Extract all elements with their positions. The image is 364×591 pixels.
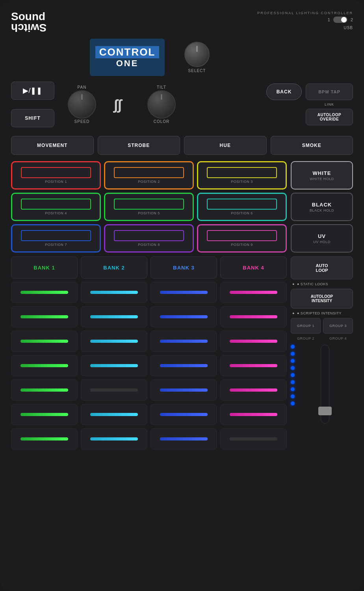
fader-led-2 (291, 352, 295, 356)
scene-pad[interactable] (81, 428, 147, 450)
display-screen: CONTROL ONE (90, 39, 165, 76)
bank-scene-section: BANK 1 BANK 2 BANK 3 BANK 4 (11, 256, 353, 450)
special-pads-column: WHITE WHITE HOLD BLACK BLACK HOLD UV UV … (291, 161, 353, 253)
scene-row-6 (11, 404, 287, 425)
scene-pad[interactable] (220, 428, 287, 450)
scene-pad[interactable] (11, 306, 78, 327)
hue-button[interactable]: HUE (184, 136, 267, 155)
white-pad[interactable]: WHITE WHITE HOLD (291, 161, 353, 190)
position-pad-5[interactable]: POSITION 5 (104, 193, 194, 221)
position-pad-2[interactable]: POSITION 2 (104, 161, 194, 190)
position-pad-6[interactable]: POSITION 6 (197, 193, 287, 221)
fader-led-4 (291, 366, 295, 370)
bank-4-button[interactable]: BANK 4 (220, 256, 287, 279)
scene-pad[interactable] (220, 404, 287, 425)
bank-3-button[interactable]: BANK 3 (150, 256, 217, 279)
groups-row: GROUP 1 GROUP 3 (291, 318, 353, 334)
group-1-button[interactable]: GROUP 1 (291, 318, 321, 334)
bpm-tap-button[interactable]: BPM TAP (306, 84, 353, 100)
usb-text: USB (344, 26, 353, 30)
top-right: PROFESSIONAL LIGHTING CONTROLLER 1 2 USB (257, 11, 353, 31)
usb-1-label: 1 (328, 17, 330, 22)
static-looks-label: ● ● STATIC LOOKS (291, 282, 353, 286)
uv-pad[interactable]: UV UV HOLD (291, 224, 353, 253)
shift-button[interactable]: SHIFT (11, 109, 54, 127)
scene-pad[interactable] (220, 331, 287, 352)
position-pad-3[interactable]: POSITION 3 (197, 161, 287, 190)
pan-label: PAN (78, 85, 87, 89)
fader-led-7 (291, 387, 295, 391)
tilt-knob[interactable] (147, 90, 176, 119)
play-pause-button[interactable]: ▶/❚❚ (11, 82, 54, 100)
brand-bottom: Switch (11, 22, 46, 33)
fader-led-8 (291, 394, 295, 398)
usb-toggle[interactable] (333, 17, 347, 23)
bank-2-button[interactable]: BANK 2 (81, 256, 147, 279)
scene-row-7 (11, 428, 287, 450)
scene-pad[interactable] (150, 331, 217, 352)
scene-pad[interactable] (11, 379, 78, 401)
back-button[interactable]: BACK (266, 84, 302, 100)
scene-row-5 (11, 379, 287, 401)
position-pad-1[interactable]: POSITION 1 (11, 161, 101, 190)
usb-section: 1 2 (328, 17, 353, 23)
bank-1-button[interactable]: BANK 1 (11, 256, 78, 279)
position-pad-8[interactable]: POSITION 8 (104, 224, 194, 253)
scene-pad[interactable] (11, 404, 78, 425)
scene-pad[interactable] (150, 428, 217, 450)
scene-pad[interactable] (11, 428, 78, 450)
position-pad-4[interactable]: POSITION 4 (11, 193, 101, 221)
group-3-button[interactable]: GROUP 3 (323, 318, 353, 334)
fader-led-5 (291, 373, 295, 377)
scene-pad[interactable] (220, 282, 287, 303)
scene-pad[interactable] (220, 379, 287, 401)
black-pad[interactable]: BLACK BLACK HOLD (291, 193, 353, 221)
auto-loop-button[interactable]: AUTOLOOP (291, 256, 353, 279)
scene-pad[interactable] (81, 404, 147, 425)
brand-top: Sound (11, 11, 45, 22)
autoloop-override-button[interactable]: AUTOLOOP OVERIDE (306, 109, 353, 125)
select-knob[interactable] (184, 42, 210, 67)
position-pad-7[interactable]: POSITION 7 (11, 224, 101, 253)
pan-knob[interactable] (68, 90, 96, 119)
fader-led-1 (291, 345, 295, 349)
scene-pad[interactable] (150, 306, 217, 327)
static-looks-dot: ● (292, 282, 295, 286)
scripted-dot: ● (292, 311, 295, 315)
fader-led-9 (291, 401, 295, 405)
scene-pad[interactable] (220, 306, 287, 327)
autoloop-intensity-button[interactable]: AUTOLOOPINTENSITY (291, 289, 353, 309)
scene-pad[interactable] (220, 355, 287, 376)
fader-track[interactable] (321, 345, 329, 424)
function-buttons-row: MOVEMENT STROBE HUE SMOKE (11, 136, 353, 155)
color-label: COLOR (154, 119, 170, 124)
scene-pad[interactable] (11, 355, 78, 376)
strobe-button[interactable]: STROBE (98, 136, 180, 155)
position-pad-9[interactable]: POSITION 9 (197, 224, 287, 253)
select-label: SELECT (188, 69, 206, 73)
pro-label: PROFESSIONAL LIGHTING CONTROLLER (257, 11, 353, 15)
fader-handle[interactable] (318, 407, 332, 415)
smoke-button[interactable]: SMOKE (271, 136, 353, 155)
scene-pad[interactable] (11, 282, 78, 303)
scene-pad[interactable] (150, 355, 217, 376)
scene-pad[interactable] (150, 404, 217, 425)
scene-pad[interactable] (81, 306, 147, 327)
scene-pad[interactable] (150, 379, 217, 401)
group-labels-row: GROUP 2 GROUP 4 (291, 336, 353, 340)
display-control-text: CONTROL (95, 46, 160, 58)
ss-logo: ∫∫ (111, 94, 132, 115)
scene-pad[interactable] (150, 282, 217, 303)
fader-leds (291, 345, 295, 405)
link-label: LINK (306, 102, 353, 106)
usb-2-label: 2 (351, 17, 353, 22)
group-4-label: GROUP 4 (323, 336, 353, 340)
scene-pad[interactable] (81, 355, 147, 376)
scene-pad[interactable] (81, 379, 147, 401)
bank-buttons-row: BANK 1 BANK 2 BANK 3 BANK 4 (11, 256, 287, 279)
scene-pad[interactable] (81, 331, 147, 352)
fader-area (291, 345, 353, 450)
scene-pad[interactable] (11, 331, 78, 352)
movement-button[interactable]: MOVEMENT (11, 136, 94, 155)
scene-pad[interactable] (81, 282, 147, 303)
